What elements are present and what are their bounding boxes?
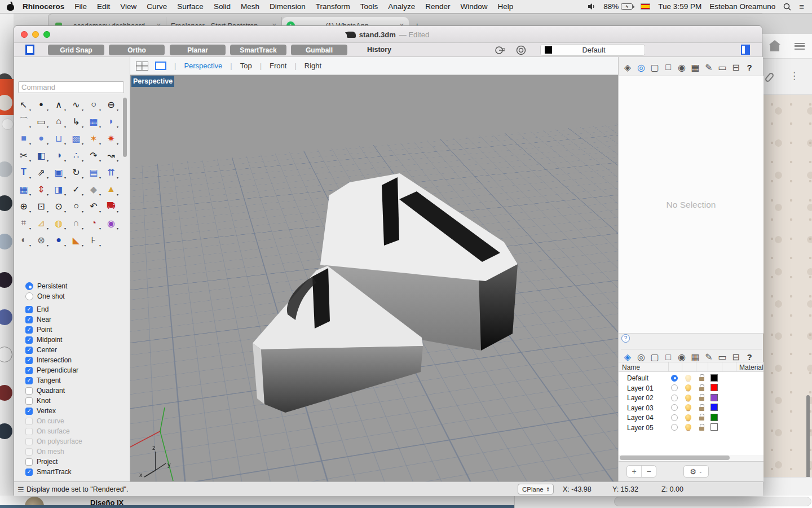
- layer-row-03[interactable]: Layer 03: [619, 403, 764, 413]
- dimension-tool-icon[interactable]: ⊦: [86, 232, 102, 248]
- xray-view-tool-icon[interactable]: ⊛: [33, 232, 49, 248]
- lock-tool-icon[interactable]: ∩: [68, 215, 84, 231]
- curve-tool-icon[interactable]: ∿: [68, 97, 84, 112]
- menu-file[interactable]: File: [69, 2, 92, 11]
- cone-tool-icon[interactable]: ◣: [68, 232, 84, 248]
- menu-dots-icon[interactable]: ⋮: [789, 70, 799, 82]
- single-viewport-layout-icon[interactable]: [155, 62, 166, 70]
- current-layer-radio[interactable]: [671, 395, 678, 401]
- analyze-surface-tool-icon[interactable]: ◆: [86, 181, 102, 197]
- sidebar-toggle-icon[interactable]: [741, 45, 750, 55]
- current-layer-selector[interactable]: Default: [540, 44, 645, 56]
- text-tool-icon[interactable]: T: [16, 164, 32, 180]
- hamburger-icon[interactable]: [795, 43, 805, 50]
- intersection-checkbox[interactable]: [25, 357, 33, 364]
- column-material[interactable]: Material: [739, 364, 764, 371]
- layers-hscrollbar-thumb[interactable]: [620, 456, 730, 460]
- grid-snap-button[interactable]: Grid Snap: [48, 45, 104, 55]
- trim-tool-icon[interactable]: ✂: [16, 147, 32, 163]
- color-wheel-tool-icon[interactable]: ◉: [103, 215, 119, 231]
- box-edit-icon[interactable]: □: [661, 62, 675, 72]
- help-icon[interactable]: ?: [743, 352, 756, 362]
- extrude-surface-tool-icon[interactable]: ⇈: [103, 164, 119, 180]
- keyboard-layout-flag-icon[interactable]: [641, 3, 650, 10]
- menu-view[interactable]: View: [115, 2, 142, 11]
- spotlight-search-icon[interactable]: [783, 3, 791, 11]
- current-layer-radio[interactable]: [671, 375, 678, 382]
- planar-button[interactable]: Planar: [170, 45, 226, 55]
- menu-window[interactable]: Window: [456, 2, 493, 11]
- analysis-tool-icon[interactable]: ◔: [86, 215, 102, 231]
- materials-icon[interactable]: ▦: [689, 352, 702, 362]
- layer-color-swatch[interactable]: [710, 374, 718, 382]
- layer-lock-icon[interactable]: [699, 417, 704, 421]
- smash-tool-icon[interactable]: ✷: [103, 130, 119, 146]
- boolean-tool-icon[interactable]: ◑: [51, 147, 67, 163]
- menu-clock[interactable]: Tue 3:59 PM: [658, 2, 701, 11]
- osnap-quadrant[interactable]: Quadrant: [25, 386, 65, 395]
- zoom-selected-tool-icon[interactable]: ○: [68, 198, 84, 214]
- menu-mesh[interactable]: Mesh: [236, 2, 264, 11]
- display-icon[interactable]: ⊟: [729, 352, 743, 362]
- mirror-tool-icon[interactable]: ◨: [51, 181, 67, 197]
- osnap-vertex[interactable]: Vertex: [25, 406, 56, 415]
- point-tool-icon[interactable]: •: [33, 97, 49, 112]
- layers-panel-icon[interactable]: ◈: [621, 352, 634, 362]
- arc-tool-icon[interactable]: ⌒: [16, 113, 32, 129]
- command-input[interactable]: [18, 81, 124, 93]
- layer-visibility-bulb-icon[interactable]: [685, 375, 691, 381]
- osnap-tangent[interactable]: Tangent: [25, 376, 61, 385]
- tab-right[interactable]: Right: [304, 62, 321, 70]
- layer-color-swatch[interactable]: [710, 414, 718, 421]
- tab-perspective[interactable]: Perspective: [184, 62, 222, 70]
- layer-visibility-bulb-icon[interactable]: [685, 384, 691, 391]
- layer-row-02[interactable]: Layer 02: [619, 393, 764, 403]
- attach-icon[interactable]: [764, 72, 774, 83]
- point-cloud-tool-icon[interactable]: ∴: [68, 147, 84, 163]
- cplane-selector[interactable]: CPlane ▲▼: [518, 484, 554, 494]
- notes-icon[interactable]: ✎: [702, 352, 716, 362]
- status-menu-icon[interactable]: ☰: [17, 485, 24, 494]
- circle-tool-icon[interactable]: ○: [86, 97, 102, 112]
- loft-tool-icon[interactable]: ⊔: [51, 130, 67, 146]
- layer-visibility-bulb-icon[interactable]: [685, 414, 691, 421]
- osnap-center[interactable]: Center: [25, 345, 57, 354]
- corner-curve-tool-icon[interactable]: ↳: [68, 113, 84, 129]
- control-point-curve-tool-icon[interactable]: ∧: [51, 97, 67, 112]
- vertex-checkbox[interactable]: [25, 408, 33, 415]
- delete-layer-button[interactable]: −: [642, 466, 656, 477]
- lights-tool-icon[interactable]: ◍: [51, 215, 67, 231]
- osnap-perpendicular[interactable]: Perpendicular: [25, 366, 78, 375]
- box-edit-icon[interactable]: □: [661, 352, 675, 362]
- named-views-icon[interactable]: ▭: [716, 352, 729, 362]
- persistent-radio[interactable]: [25, 282, 33, 290]
- perpendicular-checkbox[interactable]: [25, 367, 33, 374]
- array-tool-icon[interactable]: ▦: [16, 181, 32, 197]
- camera-icon[interactable]: ◉: [675, 62, 689, 73]
- menu-analyze[interactable]: Analyze: [383, 2, 420, 11]
- column-name[interactable]: Name: [622, 364, 640, 371]
- ortho-button[interactable]: Ortho: [109, 45, 165, 55]
- current-layer-radio[interactable]: [671, 424, 678, 431]
- properties-panel-icon[interactable]: ◎: [634, 352, 648, 362]
- rendered-view-tool-icon[interactable]: ●: [51, 232, 67, 248]
- layers-panel-icon[interactable]: ◈: [621, 62, 634, 73]
- menu-render[interactable]: Render: [420, 2, 455, 11]
- project-checkbox[interactable]: [25, 458, 33, 466]
- osnap-midpoint[interactable]: Midpoint: [25, 335, 62, 344]
- perspective-viewport[interactable]: z y x Perspective: [130, 75, 618, 481]
- osnap-smarttrack[interactable]: SmartTrack: [25, 467, 72, 476]
- center-checkbox[interactable]: [25, 347, 33, 354]
- osnap-point[interactable]: Point: [25, 325, 52, 334]
- layer-row-default[interactable]: Default: [619, 373, 764, 383]
- tangent-checkbox[interactable]: [25, 377, 33, 384]
- pointer-tool-icon[interactable]: ↖: [16, 97, 32, 112]
- named-view-tool-icon[interactable]: ⛟: [103, 198, 119, 214]
- layer-options-button[interactable]: ⚙ ⌄: [683, 465, 709, 478]
- menu-rhinoceros[interactable]: Rhinoceros: [17, 2, 69, 11]
- tab-front[interactable]: Front: [270, 62, 286, 70]
- menu-transform[interactable]: Transform: [311, 2, 355, 11]
- rotate-tool-icon[interactable]: ↻: [68, 164, 84, 180]
- layer-color-swatch[interactable]: [710, 384, 718, 391]
- panel-toggle-icon[interactable]: [25, 45, 34, 55]
